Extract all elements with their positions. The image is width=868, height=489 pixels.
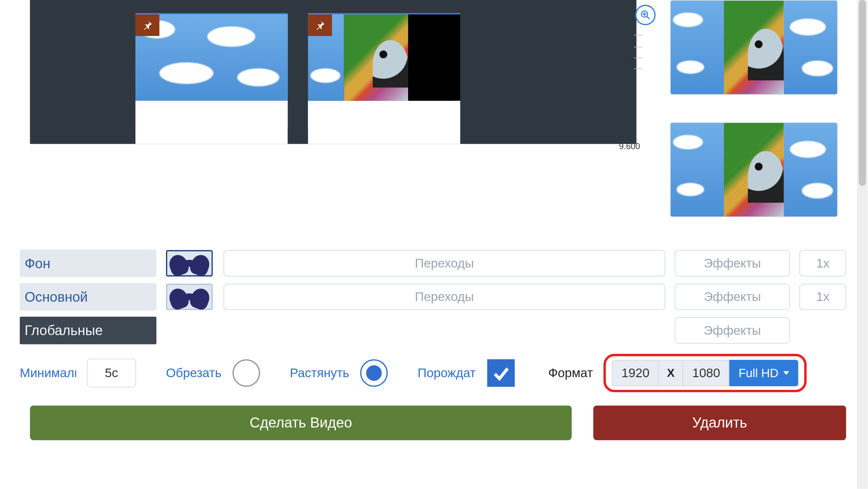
layer-label-bg[interactable]: Фон [20,250,156,277]
min-duration-input[interactable] [87,358,136,387]
slide-card-1[interactable] [135,14,288,144]
speed-button[interactable]: 1x [799,284,846,310]
layer-row-main: Основной Переходы Эффекты 1x [20,283,846,311]
layer-swatch-main[interactable] [166,284,213,310]
scrollbar-thumb[interactable] [859,0,866,186]
format-height-input[interactable]: 1080 [683,360,730,386]
make-video-button[interactable]: Сделать Видео [30,406,572,440]
min-label: Минималь [20,366,76,380]
preview-thumb-1[interactable] [670,0,838,95]
svg-line-1 [647,16,650,19]
tick-label: 6 [627,53,632,63]
format-group-highlight: 1920 X 1080 Full HD [604,354,807,392]
slide-card-2[interactable] [308,14,460,144]
transitions-button[interactable]: Переходы [223,284,665,310]
layer-row-global: Глобальные Эффекты [20,317,846,344]
layer-swatch-bg[interactable] [166,250,213,277]
preview-thumb-2[interactable] [670,122,838,217]
spawn-checkbox[interactable] [487,359,515,387]
preview-column: 6 9.600 [643,0,846,245]
layer-row-bg: Фон Переходы Эффекты 1x [20,250,846,277]
layer-label-main[interactable]: Основной [20,283,156,311]
crop-radio[interactable] [232,359,260,387]
format-label: Формат [548,366,593,380]
action-row: Сделать Видео Удалить [30,406,846,440]
timeline [30,0,636,144]
format-preset-dropdown[interactable]: Full HD [730,360,798,386]
chevron-down-icon [783,371,789,375]
effects-button[interactable]: Эффекты [675,317,790,343]
effects-button[interactable]: Эффекты [675,250,790,277]
zoom-in-icon[interactable] [635,5,656,25]
spawn-label: Порождать [417,366,476,380]
effects-button[interactable]: Эффекты [675,284,790,310]
speed-button[interactable]: 1x [799,250,846,277]
stretch-label: Растянуть [290,366,349,380]
pin-icon[interactable] [308,14,332,36]
layer-label-global[interactable]: Глобальные [20,317,156,344]
crop-label: Обрезать [166,366,222,380]
tick-label: 9.600 [619,142,640,151]
options-row: Минималь Обрезать Растянуть Порождать Фо… [20,354,853,392]
scrollbar[interactable] [857,0,868,489]
delete-button[interactable]: Удалить [593,406,846,440]
stretch-radio[interactable] [360,359,388,387]
pin-icon[interactable] [135,14,160,36]
format-width-input[interactable]: 1920 [612,360,659,386]
layers: Фон Переходы Эффекты 1x Основной Переход… [20,250,846,350]
transitions-button[interactable]: Переходы [223,250,665,277]
format-preset-label: Full HD [739,366,779,380]
format-x: X [659,360,683,386]
